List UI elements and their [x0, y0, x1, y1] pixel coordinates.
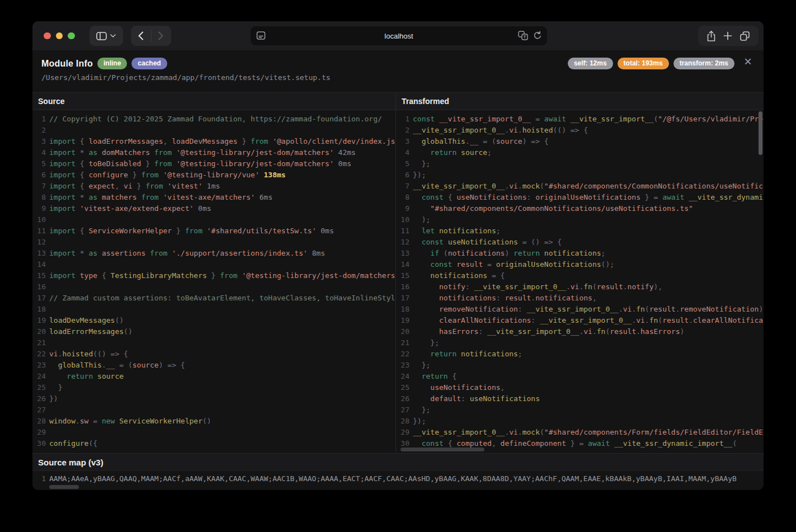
code-line: 4import * as domMatchers from '@testing-…: [36, 147, 395, 158]
share-icon: [706, 30, 716, 42]
code-text: // Zammad custom assertions: toBeAvatarE…: [49, 293, 395, 304]
line-number: 12: [399, 237, 413, 248]
code-line: 26 default: useNotifications: [399, 393, 764, 404]
code-text: import * as domMatchers from '@testing-l…: [49, 147, 395, 158]
code-text: import * as assertions from './support/a…: [49, 248, 395, 259]
code-text: const __vite_ssr_import_0__ = await __vi…: [413, 114, 764, 125]
code-text: };: [413, 404, 764, 416]
code-text: if (notifications) return notifications;: [413, 248, 764, 259]
line-number: 9: [399, 203, 413, 214]
address-bar[interactable]: localhost: [251, 26, 547, 45]
line-number: 3: [399, 136, 413, 147]
code-line: 9import 'vitest-axe/extend-expect' 0ms: [36, 203, 395, 214]
code-text: __vite_ssr_import_0__.vi.mock("#shared/c…: [413, 181, 764, 192]
code-line: 29__vite_ssr_import_0__.vi.mock("#shared…: [399, 427, 764, 438]
forward-button[interactable]: [151, 26, 171, 46]
line-number: 25: [36, 382, 49, 393]
code-line: 3 globalThis.__ = (source) => {: [399, 136, 764, 147]
code-line: 10 );: [399, 214, 764, 225]
code-text: return source: [49, 371, 395, 382]
code-line: 2: [36, 125, 395, 136]
line-number: 29: [36, 427, 49, 438]
code-line: 19loadDevMessages(): [36, 315, 395, 326]
badge: inline: [97, 58, 127, 69]
back-button[interactable]: [131, 26, 151, 46]
code-line: 21 };: [399, 337, 764, 349]
close-window-button[interactable]: [44, 32, 51, 40]
line-number: 1: [399, 114, 413, 125]
line-number: 23: [36, 360, 49, 371]
line-number: 13: [36, 248, 49, 259]
code-line: 17 notifications: result.notifications,: [399, 293, 764, 304]
line-number: 29: [399, 427, 413, 438]
code-line: 12 const useNotifications = () => {: [399, 237, 764, 248]
page-settings-icon[interactable]: [256, 31, 266, 40]
line-number: 9: [36, 203, 49, 214]
line-number: 27: [399, 404, 413, 416]
sourcemap-line: 1 AAMA;AAeA,yBAAG,QAAQ,MAAM;AACf,aAAW,KA…: [32, 473, 764, 484]
code-line: 2__vite_ssr_import_0__.vi.hoisted(() => …: [399, 125, 764, 136]
code-text: const useNotifications = () => {: [413, 237, 764, 248]
code-text: [49, 125, 395, 136]
code-line: 25 }: [36, 382, 395, 393]
code-text: import * as matchers from 'vitest-axe/ma…: [49, 192, 395, 203]
zoom-window-button[interactable]: [68, 32, 75, 40]
code-line: 15import type { TestingLibraryMatchers }…: [36, 270, 395, 281]
line-number: 26: [36, 393, 49, 404]
sourcemap-title: Source map (v3): [32, 454, 764, 471]
code-line: 27 };: [399, 404, 764, 416]
code-line: 16 notify: __vite_ssr_import_0__.vi.fn(r…: [399, 281, 764, 293]
line-number: 26: [399, 393, 413, 404]
code-text: loadDevMessages(): [49, 315, 395, 326]
code-line: 13 if (notifications) return notificatio…: [399, 248, 764, 259]
horizontal-scrollbar[interactable]: [401, 448, 484, 451]
tab-overview-button[interactable]: [740, 31, 750, 41]
line-number: 18: [399, 304, 413, 315]
url-text: localhost: [384, 32, 413, 40]
line-number: 22: [399, 349, 413, 360]
module-info-header: Module Info inlinecached /Users/vladimir…: [32, 50, 764, 92]
code-text: default: useNotifications: [413, 393, 764, 404]
reload-icon[interactable]: [533, 31, 542, 40]
translate-icon[interactable]: [518, 31, 528, 40]
line-number: 11: [399, 225, 413, 237]
nav-divider: [151, 30, 152, 41]
vertical-scrollbar[interactable]: [759, 111, 762, 155]
line-number: 24: [399, 371, 413, 382]
line-number: 6: [36, 170, 49, 181]
line-number: 22: [36, 349, 49, 360]
code-text: import type { TestingLibraryMatchers } f…: [49, 270, 395, 281]
badge: transform: 2ms: [673, 58, 734, 69]
code-text: [49, 281, 395, 293]
close-button[interactable]: ×: [740, 54, 756, 69]
code-text: const { useNotifications: originalUseNot…: [413, 192, 764, 203]
line-number: 2: [399, 125, 413, 136]
line-number: 10: [399, 214, 413, 225]
sidebar-toggle-button[interactable]: [90, 26, 123, 46]
share-button[interactable]: [706, 30, 716, 42]
code-text: "#shared/components/CommonNotifications/…: [413, 203, 764, 214]
code-line: 17// Zammad custom assertions: toBeAvata…: [36, 293, 395, 304]
code-line: 19 clearAllNotifications: __vite_ssr_imp…: [399, 315, 764, 326]
new-tab-button[interactable]: [723, 31, 732, 40]
code-text: __vite_ssr_import_0__.vi.mock("#shared/c…: [413, 427, 764, 438]
code-text: window.sw = new ServiceWorkerHelper(): [49, 416, 395, 427]
line-number: 20: [399, 326, 413, 337]
minimize-window-button[interactable]: [56, 32, 63, 40]
horizontal-scrollbar[interactable]: [49, 485, 79, 489]
code-line: 6});: [399, 170, 764, 181]
line-number: 16: [399, 281, 413, 293]
code-line: 6import { configure } from '@testing-lib…: [36, 170, 395, 181]
code-text: }): [49, 393, 395, 404]
code-line: 21: [36, 337, 395, 349]
line-number: 24: [36, 371, 49, 382]
code-line: 10: [36, 214, 395, 225]
code-text: import { loadErrorMessages, loadDevMessa…: [49, 136, 395, 147]
code-line: 23 };: [399, 360, 764, 371]
code-text: [49, 404, 395, 416]
line-number: 15: [399, 270, 413, 281]
line-number: 25: [399, 382, 413, 393]
sourcemap-mappings: AAMA;AAeA,yBAAG,QAAQ,MAAM;AACf,aAAW,KAAK…: [49, 473, 764, 484]
line-number: 7: [36, 181, 49, 192]
code-line: 28});: [399, 416, 764, 427]
